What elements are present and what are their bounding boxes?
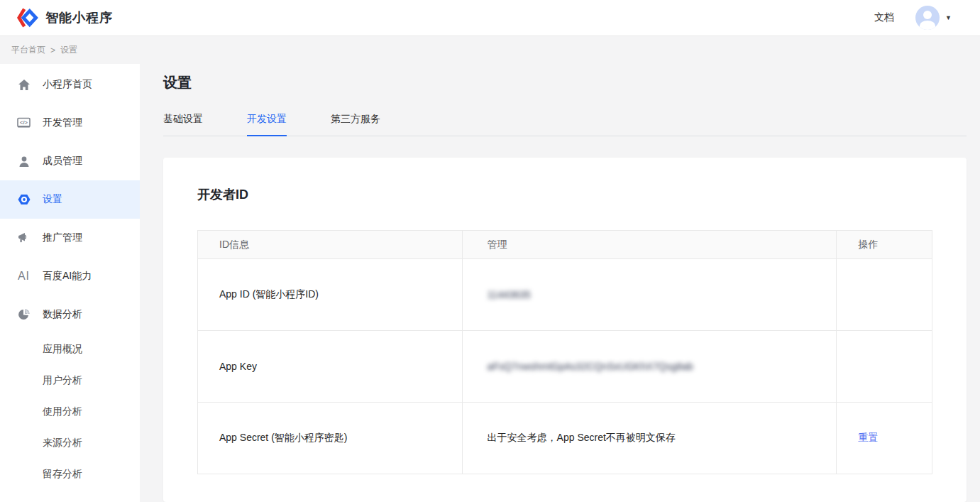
megaphone-icon <box>17 231 31 244</box>
sidebar-subitem-user-analysis[interactable]: 用户分析 <box>0 365 140 396</box>
breadcrumb-platform-home[interactable]: 平台首页 <box>11 44 45 56</box>
top-bar: 智能小程序 文档 ▼ <box>0 0 980 36</box>
svg-text:</>: </> <box>20 119 28 126</box>
sidebar-item-dev-management[interactable]: </> 开发管理 <box>0 104 140 142</box>
sidebar-subitem-label: 用户分析 <box>43 374 82 387</box>
main-content: 设置 基础设置 开发设置 第三方服务 开发者ID ID信息 管理 操作 App … <box>140 73 980 502</box>
sidebar-item-label: 设置 <box>43 193 62 206</box>
reset-app-secret-button[interactable]: 重置 <box>858 432 878 443</box>
sidebar-item-promotion[interactable]: 推广管理 <box>0 219 140 257</box>
sidebar-item-label: 数据分析 <box>43 308 82 321</box>
sidebar-subitem-label: 使用分析 <box>43 405 82 418</box>
sidebar-subitem-app-overview[interactable]: 应用概况 <box>0 334 140 365</box>
column-header-actions: 操作 <box>837 231 932 259</box>
sidebar-item-label: 小程序首页 <box>43 78 92 91</box>
sidebar-item-label: 百度AI能力 <box>43 270 92 283</box>
member-icon <box>17 155 31 168</box>
sidebar-subitem-label: 应用概况 <box>43 343 82 356</box>
page-title: 设置 <box>163 73 967 92</box>
brand-title: 智能小程序 <box>45 9 113 26</box>
brand-logo-icon <box>16 7 38 28</box>
table-row: App ID (智能小程序ID) 11443635 <box>198 259 932 331</box>
app-key-label: App Key <box>198 331 463 403</box>
tab-dev-settings[interactable]: 开发设置 <box>247 113 287 136</box>
table-row: App Key aFsQ7nwshmtGpAs32CQnSxUGKhX7Qsg8… <box>198 331 932 403</box>
sidebar-item-member-management[interactable]: 成员管理 <box>0 142 140 180</box>
sidebar-subitem-retention-analysis[interactable]: 留存分析 <box>0 459 140 490</box>
app-id-value: 11443635 <box>488 289 531 300</box>
column-header-id-info: ID信息 <box>198 231 463 259</box>
app-id-action-cell <box>837 259 932 331</box>
user-avatar[interactable] <box>915 6 940 30</box>
pie-chart-icon <box>17 308 31 321</box>
chevron-down-icon[interactable]: ▼ <box>945 14 952 21</box>
settings-tabs: 基础设置 开发设置 第三方服务 <box>163 113 967 136</box>
user-menu[interactable]: ▼ <box>915 6 952 30</box>
app-key-value: aFsQ7nwshmtGpAs32CQnSxUGKhX7Qsg8ab <box>488 361 693 372</box>
sidebar-subitem-label: 留存分析 <box>43 468 82 481</box>
sidebar-item-label: 推广管理 <box>43 231 82 244</box>
ai-icon: AI <box>17 270 31 283</box>
sidebar-subitem-source-analysis[interactable]: 来源分析 <box>0 427 140 459</box>
breadcrumb: 平台首页 > 设置 <box>0 36 980 64</box>
card-title: 开发者ID <box>197 186 932 203</box>
home-icon <box>17 78 31 91</box>
doc-link[interactable]: 文档 <box>874 11 894 24</box>
app-secret-note: 出于安全考虑，App Secret不再被明文保存 <box>462 403 837 474</box>
tab-third-party-services[interactable]: 第三方服务 <box>331 113 380 136</box>
sidebar-item-settings[interactable]: 设置 <box>0 180 140 219</box>
gear-icon <box>17 193 31 206</box>
developer-id-card: 开发者ID ID信息 管理 操作 App ID (智能小程序ID) 114436… <box>163 158 967 502</box>
sidebar-item-label: 开发管理 <box>43 116 82 129</box>
breadcrumb-settings[interactable]: 设置 <box>60 44 77 56</box>
avatar-head-shape <box>923 11 932 19</box>
sidebar-item-baidu-ai[interactable]: AI 百度AI能力 <box>0 257 140 295</box>
sidebar-subitem-label: 来源分析 <box>43 437 82 449</box>
brand-logo[interactable]: 智能小程序 <box>16 7 113 28</box>
breadcrumb-separator: > <box>50 45 55 55</box>
sidebar-item-label: 成员管理 <box>43 155 82 168</box>
sidebar-subitem-usage-analysis[interactable]: 使用分析 <box>0 396 140 427</box>
sidebar: 小程序首页 </> 开发管理 成员管理 设置 <box>0 64 140 502</box>
table-row: App Secret (智能小程序密匙) 出于安全考虑，App Secret不再… <box>198 403 932 474</box>
column-header-management: 管理 <box>462 231 837 259</box>
developer-id-table: ID信息 管理 操作 App ID (智能小程序ID) 11443635 App… <box>197 230 932 474</box>
app-secret-label: App Secret (智能小程序密匙) <box>198 403 463 474</box>
sidebar-item-data-analysis[interactable]: 数据分析 <box>0 295 140 334</box>
avatar-body-shape <box>920 21 935 30</box>
app-key-action-cell <box>837 331 932 403</box>
table-header-row: ID信息 管理 操作 <box>198 231 932 259</box>
app-id-label: App ID (智能小程序ID) <box>198 259 463 331</box>
tab-basic-settings[interactable]: 基础设置 <box>163 113 203 136</box>
sidebar-item-home[interactable]: 小程序首页 <box>0 65 140 104</box>
code-icon: </> <box>17 116 31 129</box>
